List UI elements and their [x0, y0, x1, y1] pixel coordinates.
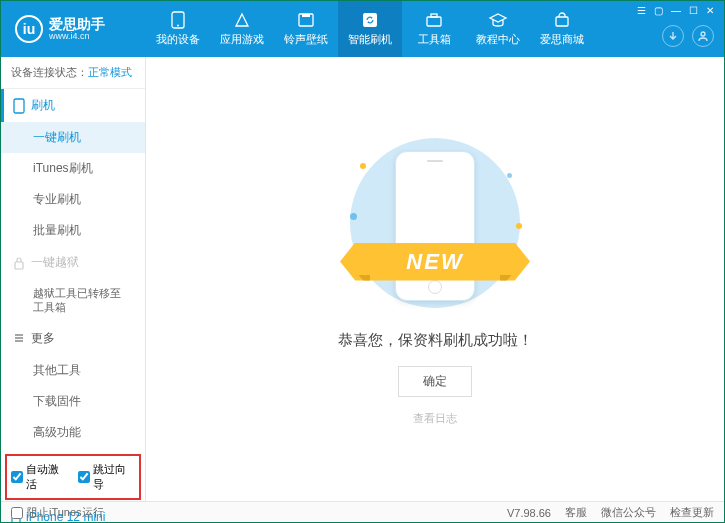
refresh-icon — [360, 11, 380, 29]
user-button[interactable] — [692, 25, 714, 47]
svg-rect-6 — [431, 14, 437, 17]
nav-ringtones[interactable]: 铃声壁纸 — [274, 1, 338, 57]
sidebar-item-download-fw[interactable]: 下载固件 — [1, 386, 145, 417]
sidebar-item-pro[interactable]: 专业刷机 — [1, 184, 145, 215]
nav-flash[interactable]: 智能刷机 — [338, 1, 402, 57]
success-message: 恭喜您，保资料刷机成功啦！ — [338, 331, 533, 350]
sidebar-item-advanced[interactable]: 高级功能 — [1, 417, 145, 448]
options-box: 自动激活 跳过向导 — [5, 454, 141, 500]
block-itunes-checkbox[interactable]: 阻止iTunes运行 — [11, 505, 104, 520]
lock-icon — [13, 256, 25, 270]
app-title: 爱思助手 — [49, 17, 105, 31]
maximize-icon[interactable]: ☐ — [689, 5, 698, 16]
svg-rect-10 — [15, 262, 23, 269]
main-content: NEW 恭喜您，保资料刷机成功啦！ 确定 查看日志 — [146, 57, 724, 501]
skip-guide-checkbox[interactable]: 跳过向导 — [78, 462, 135, 492]
svg-point-1 — [177, 25, 179, 27]
sidebar-cat-jailbreak[interactable]: 一键越狱 — [1, 246, 145, 279]
nav-my-device[interactable]: 我的设备 — [146, 1, 210, 57]
sidebar-item-oneclick[interactable]: 一键刷机 — [1, 122, 145, 153]
nav-apps[interactable]: 应用游戏 — [210, 1, 274, 57]
wallpaper-icon — [296, 11, 316, 29]
menu-icon[interactable]: ☰ — [637, 5, 646, 16]
app-header: iu 爱思助手 www.i4.cn 我的设备 应用游戏 铃声壁纸 智能刷机 工具… — [1, 1, 724, 57]
svg-rect-9 — [14, 99, 24, 113]
svg-rect-3 — [302, 14, 310, 17]
top-nav: 我的设备 应用游戏 铃声壁纸 智能刷机 工具箱 教程中心 爱思商城 — [146, 1, 594, 57]
download-button[interactable] — [662, 25, 684, 47]
minimize-icon[interactable]: — — [671, 5, 681, 16]
view-log-link[interactable]: 查看日志 — [413, 411, 457, 426]
toolbox-icon — [424, 11, 444, 29]
sidebar: 设备连接状态：正常模式 刷机 一键刷机 iTunes刷机 专业刷机 批量刷机 一… — [1, 57, 146, 501]
skin-icon[interactable]: ▢ — [654, 5, 663, 16]
new-ribbon: NEW — [340, 243, 530, 281]
sidebar-item-batch[interactable]: 批量刷机 — [1, 215, 145, 246]
svg-rect-7 — [556, 17, 568, 26]
success-illustration: NEW — [330, 133, 540, 313]
sidebar-jailbreak-note: 越狱工具已转移至 工具箱 — [1, 279, 145, 322]
svg-rect-4 — [363, 13, 377, 27]
sidebar-cat-more[interactable]: 更多 — [1, 322, 145, 355]
sidebar-item-other[interactable]: 其他工具 — [1, 355, 145, 386]
phone-icon — [168, 11, 188, 29]
sidebar-item-itunes[interactable]: iTunes刷机 — [1, 153, 145, 184]
graduation-icon — [488, 11, 508, 29]
nav-store[interactable]: 爱思商城 — [530, 1, 594, 57]
customer-service-link[interactable]: 客服 — [565, 505, 587, 520]
nav-toolbox[interactable]: 工具箱 — [402, 1, 466, 57]
apps-icon — [232, 11, 252, 29]
sidebar-cat-flash[interactable]: 刷机 — [1, 89, 145, 122]
ok-button[interactable]: 确定 — [398, 366, 472, 397]
window-controls: ☰ ▢ — ☐ ✕ — [637, 5, 714, 16]
phone-icon — [13, 98, 25, 114]
connection-status: 设备连接状态：正常模式 — [1, 57, 145, 89]
svg-point-8 — [701, 32, 705, 36]
logo-icon: iu — [15, 15, 43, 43]
version-label: V7.98.66 — [507, 507, 551, 519]
nav-tutorials[interactable]: 教程中心 — [466, 1, 530, 57]
close-icon[interactable]: ✕ — [706, 5, 714, 16]
store-icon — [552, 11, 572, 29]
auto-activate-checkbox[interactable]: 自动激活 — [11, 462, 68, 492]
check-update-link[interactable]: 检查更新 — [670, 505, 714, 520]
svg-rect-5 — [427, 17, 441, 26]
wechat-link[interactable]: 微信公众号 — [601, 505, 656, 520]
app-url: www.i4.cn — [49, 31, 105, 41]
logo-area: iu 爱思助手 www.i4.cn — [1, 15, 146, 43]
list-icon — [13, 332, 25, 344]
